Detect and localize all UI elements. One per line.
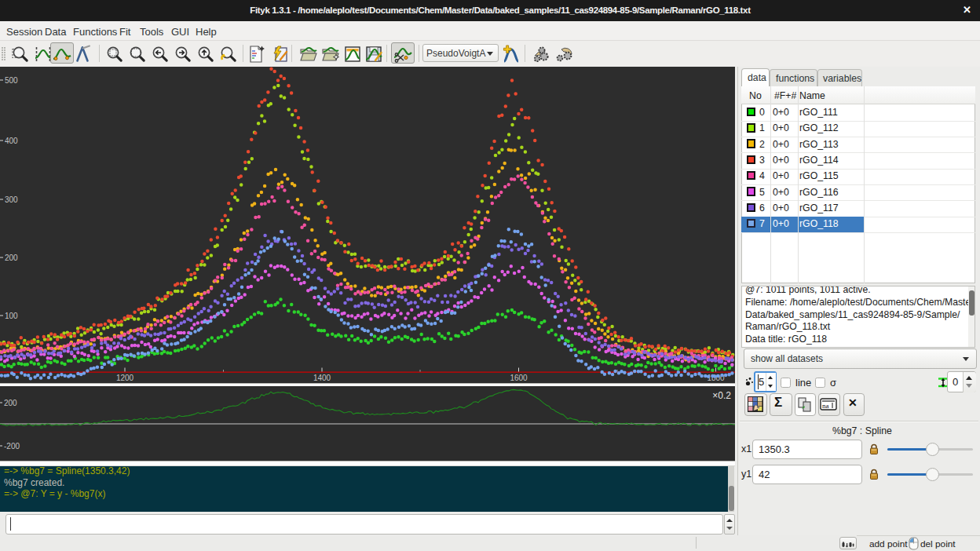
svg-text:400: 400	[5, 137, 18, 145]
svg-text:500: 500	[5, 76, 18, 85]
svg-text:-200: -200	[4, 442, 20, 451]
svg-text:200: 200	[5, 254, 18, 262]
svg-text:300: 300	[5, 195, 18, 204]
svg-text:1400: 1400	[313, 374, 331, 382]
svg-text:1200: 1200	[116, 374, 134, 382]
svg-text:×0.2: ×0.2	[712, 390, 731, 401]
svg-text:na: na	[822, 402, 829, 410]
svg-text:100: 100	[5, 312, 18, 320]
svg-text:1600: 1600	[510, 374, 528, 382]
svg-text:200: 200	[4, 399, 17, 407]
